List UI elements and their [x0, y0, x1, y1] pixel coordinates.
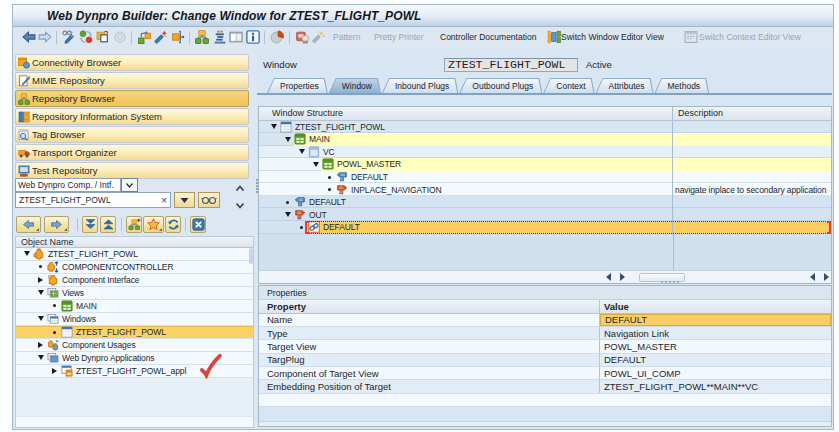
expanded-arrow-icon[interactable] — [36, 290, 45, 295]
object-type-select[interactable]: Web Dynpro Comp. / Intf. — [15, 178, 121, 192]
sidebar-item-repository-information-system[interactable]: Repository Information System — [15, 108, 249, 125]
scroll-right-icon[interactable] — [620, 273, 625, 281]
sidebar-item-connectivity-browser[interactable]: Connectivity Browser — [15, 54, 249, 71]
where-used-icon[interactable] — [137, 30, 151, 44]
tab-outbound-plugs[interactable]: Outbound Plugs — [459, 78, 542, 93]
structure-row-inplace-navigation[interactable]: INPLACE_NAVIGATION navigate inplace to s… — [259, 183, 831, 196]
combo-dropdown-icon[interactable] — [121, 178, 138, 192]
split-screen-icon[interactable] — [229, 30, 243, 44]
copy-icon[interactable] — [96, 30, 110, 44]
tree-vertical-scrollbar[interactable] — [249, 248, 253, 264]
property-row-targplug[interactable]: TargPlug DEFAULT — [259, 354, 831, 367]
refresh-tree-button[interactable] — [165, 216, 181, 233]
favorites-button[interactable] — [143, 216, 164, 233]
tree-item-component[interactable]: ZTEST_FLIGHT_POWL — [16, 248, 253, 261]
collapsed-arrow-icon[interactable] — [50, 368, 59, 374]
scroll-right-icon[interactable] — [824, 273, 829, 281]
controller-documentation-button[interactable]: Controller Documentation — [440, 27, 536, 48]
switch-window-editor-icon[interactable] — [547, 30, 561, 44]
collapsed-arrow-icon[interactable] — [36, 342, 45, 348]
tree-forward-button[interactable] — [44, 216, 69, 233]
indent-spacer — [259, 183, 325, 196]
property-row-target-view[interactable]: Target View POWL_MASTER — [259, 340, 831, 353]
tree-item-views[interactable]: Views — [16, 287, 253, 300]
structure-row-powl-master[interactable]: POWL_MASTER — [259, 158, 831, 171]
expanded-arrow-icon[interactable] — [269, 124, 278, 129]
tree-item-application[interactable]: ZTEST_FLIGHT_POWL_appl — [16, 365, 253, 378]
property-row-embedding-position[interactable]: Embedding Position of Target ZTEST_FLIGH… — [259, 380, 831, 393]
collapse-all-button[interactable] — [100, 216, 116, 233]
runtime-analysis-icon[interactable] — [270, 30, 284, 44]
structure-row-default-inplug[interactable]: DEFAULT — [259, 171, 831, 184]
structure-row-default-plug[interactable]: DEFAULT — [259, 196, 831, 209]
tab-context[interactable]: Context — [543, 78, 594, 93]
tab-window[interactable]: Window — [329, 78, 381, 93]
tab-methods[interactable]: Methods — [655, 78, 710, 93]
property-row-component-of-target-view[interactable]: Component of Target View POWL_UI_COMP — [259, 367, 831, 380]
triangle-down — [24, 251, 30, 256]
sorted-list-icon[interactable] — [213, 30, 227, 44]
object-hierarchy-icon[interactable] — [195, 30, 209, 44]
tab-inbound-plugs[interactable]: Inbound Plugs — [382, 78, 458, 93]
display-object-button[interactable] — [198, 192, 220, 208]
switch-window-editor-button[interactable]: Switch Window Editor View — [561, 27, 664, 48]
object-name-input[interactable]: ZTEST_FLIGHT_POWL × — [15, 192, 171, 208]
tree-item-componentcontroller[interactable]: COMPONENTCONTROLLER — [16, 261, 253, 274]
toolbar-separator — [121, 218, 122, 231]
structure-hscrollbar[interactable] — [259, 270, 831, 283]
sidebar-item-transport-organizer[interactable]: Transport Organizer — [15, 144, 249, 161]
tree-item-main-view[interactable]: MAIN — [16, 300, 253, 313]
property-row-type[interactable]: Type Navigation Link — [259, 327, 831, 340]
tree-item-web-dynpro-applications[interactable]: Web Dynpro Applications — [16, 352, 253, 365]
scroll-up-icon[interactable] — [234, 183, 246, 195]
structure-row-default-navlink-selected[interactable]: DEFAULT — [259, 221, 831, 234]
structure-row-out[interactable]: OUT — [259, 208, 831, 221]
forward-icon[interactable] — [38, 30, 52, 44]
scroll-left-icon[interactable] — [810, 273, 815, 281]
add-object-button[interactable] — [126, 216, 142, 233]
indent-spacer — [259, 221, 297, 234]
structure-row-vc[interactable]: VC — [259, 146, 831, 159]
environment-icon[interactable] — [171, 30, 185, 44]
scroll-down-icon[interactable] — [234, 199, 246, 211]
structure-row-main[interactable]: MAIN — [259, 133, 831, 146]
close-browser-button[interactable] — [190, 216, 206, 233]
info-icon[interactable] — [246, 30, 260, 44]
expand-all-button[interactable] — [82, 216, 98, 233]
property-row-name[interactable]: Name DEFAULT — [259, 314, 831, 327]
window-name-input[interactable]: ZTEST_FLIGHT_POWL — [444, 58, 578, 72]
scroll-left-icon[interactable] — [606, 273, 611, 281]
object-tree-header: Object Name — [16, 237, 253, 248]
sidebar-scroll-stepper[interactable] — [234, 183, 246, 211]
expanded-arrow-icon[interactable] — [297, 149, 306, 154]
history-dropdown-button[interactable] — [174, 192, 195, 208]
expanded-arrow-icon[interactable] — [311, 162, 320, 167]
value-target-view: POWL_MASTER — [600, 340, 831, 352]
tree-item-component-usages[interactable]: Component Usages — [16, 339, 253, 352]
tree-item-windows[interactable]: Windows — [16, 313, 253, 326]
expanded-arrow-icon[interactable] — [36, 355, 45, 360]
expanded-arrow-icon[interactable] — [283, 137, 292, 142]
sidebar-item-tag-browser[interactable]: Tag Browser — [15, 126, 249, 143]
structure-row-window[interactable]: ZTEST_FLIGHT_POWL — [259, 121, 831, 134]
tree-back-button[interactable] — [16, 216, 41, 233]
tab-attributes[interactable]: Attributes — [596, 78, 654, 93]
expanded-arrow-icon[interactable] — [283, 212, 292, 217]
tree-item-window-selected[interactable]: ZTEST_FLIGHT_POWL — [16, 326, 253, 339]
sidebar-item-mime-repository[interactable]: MIME Repository — [15, 72, 249, 89]
sidebar-item-repository-browser[interactable]: Repository Browser — [15, 90, 249, 107]
window-field-row: Window ZTEST_FLIGHT_POWL Active — [263, 57, 826, 72]
clear-input-icon[interactable]: × — [161, 195, 167, 206]
test-wand-icon[interactable] — [153, 30, 167, 44]
tree-item-component-interface[interactable]: Component Interface — [16, 274, 253, 287]
tab-properties[interactable]: Properties — [267, 78, 328, 93]
sidebar-item-test-repository[interactable]: Test Repository — [15, 162, 249, 179]
display-change-icon[interactable] — [62, 30, 76, 44]
collapsed-arrow-icon[interactable] — [36, 277, 45, 283]
triangle-right — [52, 368, 57, 374]
expanded-arrow-icon[interactable] — [36, 316, 45, 321]
horizontal-splitter-grip[interactable] — [661, 281, 683, 284]
back-icon[interactable] — [22, 30, 36, 44]
expanded-arrow-icon[interactable] — [22, 251, 31, 256]
refresh-object-icon[interactable] — [79, 30, 93, 44]
